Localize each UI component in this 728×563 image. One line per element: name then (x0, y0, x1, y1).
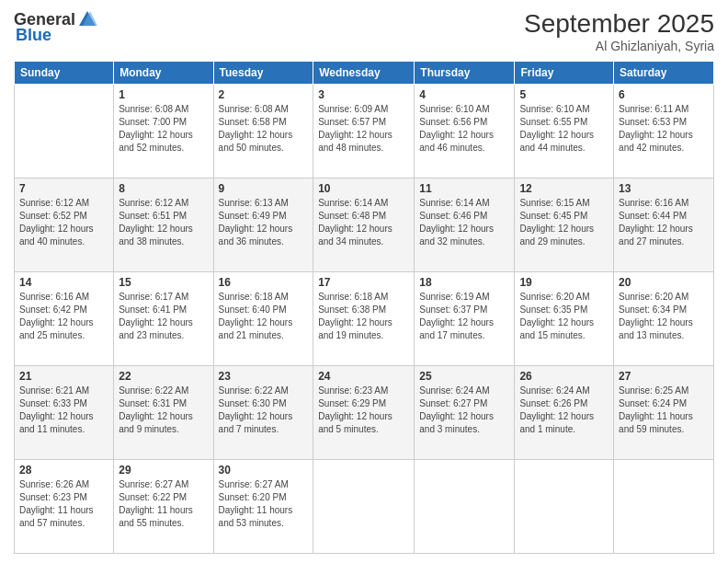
logo: General Blue (14, 9, 99, 45)
day-info: Sunrise: 6:24 AMSunset: 6:26 PMDaylight:… (519, 385, 609, 436)
day-info: Sunrise: 6:19 AMSunset: 6:37 PMDaylight:… (419, 291, 509, 342)
day-number: 17 (318, 276, 409, 289)
day-number: 16 (219, 276, 309, 289)
calendar-cell (15, 85, 114, 178)
calendar-cell: 16Sunrise: 6:18 AMSunset: 6:40 PMDayligh… (213, 272, 313, 366)
logo-icon (77, 9, 97, 29)
calendar-cell: 2Sunrise: 6:08 AMSunset: 6:58 PMDaylight… (213, 85, 313, 178)
day-number: 22 (119, 370, 208, 383)
day-number: 6 (619, 88, 709, 101)
day-info: Sunrise: 6:14 AMSunset: 6:48 PMDaylight:… (318, 197, 409, 248)
calendar-cell: 12Sunrise: 6:15 AMSunset: 6:45 PMDayligh… (515, 178, 614, 272)
calendar-cell: 8Sunrise: 6:12 AMSunset: 6:51 PMDaylight… (114, 178, 213, 272)
calendar-cell: 17Sunrise: 6:18 AMSunset: 6:38 PMDayligh… (313, 272, 415, 366)
day-info: Sunrise: 6:12 AMSunset: 6:51 PMDaylight:… (119, 197, 208, 248)
calendar-cell: 26Sunrise: 6:24 AMSunset: 6:26 PMDayligh… (515, 366, 614, 460)
day-info: Sunrise: 6:25 AMSunset: 6:24 PMDaylight:… (619, 385, 709, 436)
day-number: 10 (318, 182, 409, 195)
calendar-cell: 18Sunrise: 6:19 AMSunset: 6:37 PMDayligh… (415, 272, 515, 366)
day-info: Sunrise: 6:23 AMSunset: 6:29 PMDaylight:… (318, 385, 409, 436)
day-info: Sunrise: 6:26 AMSunset: 6:23 PMDaylight:… (19, 478, 108, 530)
day-info: Sunrise: 6:18 AMSunset: 6:38 PMDaylight:… (318, 291, 409, 342)
day-number: 5 (519, 88, 609, 101)
calendar-week-3: 14Sunrise: 6:16 AMSunset: 6:42 PMDayligh… (15, 272, 714, 366)
day-number: 30 (219, 464, 309, 477)
day-number: 25 (419, 370, 509, 383)
day-number: 4 (419, 88, 509, 101)
day-info: Sunrise: 6:20 AMSunset: 6:34 PMDaylight:… (619, 291, 709, 342)
page: General Blue September 2025 Al Ghizlaniy… (0, 0, 728, 563)
day-number: 18 (419, 276, 509, 289)
day-number: 1 (119, 88, 208, 101)
calendar-header-monday: Monday (114, 62, 213, 85)
calendar-cell: 6Sunrise: 6:11 AMSunset: 6:53 PMDaylight… (614, 85, 714, 178)
day-number: 15 (119, 276, 208, 289)
calendar-cell: 20Sunrise: 6:20 AMSunset: 6:34 PMDayligh… (614, 272, 714, 366)
day-info: Sunrise: 6:11 AMSunset: 6:53 PMDaylight:… (619, 103, 709, 155)
calendar-cell: 15Sunrise: 6:17 AMSunset: 6:41 PMDayligh… (114, 272, 213, 366)
day-info: Sunrise: 6:12 AMSunset: 6:52 PMDaylight:… (19, 197, 108, 248)
day-number: 12 (519, 182, 609, 195)
day-number: 28 (19, 464, 108, 477)
calendar-cell: 11Sunrise: 6:14 AMSunset: 6:46 PMDayligh… (415, 178, 515, 272)
day-info: Sunrise: 6:16 AMSunset: 6:42 PMDaylight:… (19, 291, 108, 342)
day-info: Sunrise: 6:10 AMSunset: 6:55 PMDaylight:… (519, 103, 609, 155)
calendar-cell: 24Sunrise: 6:23 AMSunset: 6:29 PMDayligh… (313, 366, 415, 460)
logo-blue-text: Blue (16, 26, 51, 45)
calendar-cell: 1Sunrise: 6:08 AMSunset: 7:00 PMDaylight… (114, 85, 213, 178)
calendar-cell: 3Sunrise: 6:09 AMSunset: 6:57 PMDaylight… (313, 85, 415, 178)
day-info: Sunrise: 6:27 AMSunset: 6:22 PMDaylight:… (119, 478, 208, 530)
day-number: 8 (119, 182, 208, 195)
calendar-header-sunday: Sunday (15, 62, 114, 85)
calendar-cell: 27Sunrise: 6:25 AMSunset: 6:24 PMDayligh… (614, 366, 714, 460)
calendar-header-wednesday: Wednesday (313, 62, 415, 85)
calendar-cell: 23Sunrise: 6:22 AMSunset: 6:30 PMDayligh… (213, 366, 313, 460)
day-number: 2 (219, 88, 309, 101)
calendar-cell: 22Sunrise: 6:22 AMSunset: 6:31 PMDayligh… (114, 366, 213, 460)
calendar-week-4: 21Sunrise: 6:21 AMSunset: 6:33 PMDayligh… (15, 366, 714, 460)
day-info: Sunrise: 6:14 AMSunset: 6:46 PMDaylight:… (419, 197, 509, 248)
calendar-header-saturday: Saturday (614, 62, 714, 85)
day-info: Sunrise: 6:17 AMSunset: 6:41 PMDaylight:… (119, 291, 208, 342)
calendar-header-friday: Friday (515, 62, 614, 85)
day-info: Sunrise: 6:27 AMSunset: 6:20 PMDaylight:… (219, 478, 309, 530)
day-info: Sunrise: 6:09 AMSunset: 6:57 PMDaylight:… (318, 103, 409, 155)
day-info: Sunrise: 6:22 AMSunset: 6:30 PMDaylight:… (219, 385, 309, 436)
day-info: Sunrise: 6:22 AMSunset: 6:31 PMDaylight:… (119, 385, 208, 436)
calendar-cell: 4Sunrise: 6:10 AMSunset: 6:56 PMDaylight… (415, 85, 515, 178)
day-number: 26 (519, 370, 609, 383)
day-number: 21 (19, 370, 108, 383)
day-info: Sunrise: 6:24 AMSunset: 6:27 PMDaylight:… (419, 385, 509, 436)
calendar-cell: 29Sunrise: 6:27 AMSunset: 6:22 PMDayligh… (114, 460, 213, 554)
day-number: 14 (19, 276, 108, 289)
calendar-header-thursday: Thursday (415, 62, 515, 85)
day-number: 13 (619, 182, 709, 195)
calendar-cell: 9Sunrise: 6:13 AMSunset: 6:49 PMDaylight… (213, 178, 313, 272)
day-number: 3 (318, 88, 409, 101)
day-number: 20 (619, 276, 709, 289)
calendar-header-tuesday: Tuesday (213, 62, 313, 85)
calendar-week-2: 7Sunrise: 6:12 AMSunset: 6:52 PMDaylight… (15, 178, 714, 272)
calendar-header-row: SundayMondayTuesdayWednesdayThursdayFrid… (15, 62, 714, 85)
calendar-cell (415, 460, 515, 554)
calendar-cell: 28Sunrise: 6:26 AMSunset: 6:23 PMDayligh… (15, 460, 114, 554)
day-info: Sunrise: 6:08 AMSunset: 7:00 PMDaylight:… (119, 103, 208, 155)
day-number: 29 (119, 464, 208, 477)
calendar-cell: 13Sunrise: 6:16 AMSunset: 6:44 PMDayligh… (614, 178, 714, 272)
day-number: 24 (318, 370, 409, 383)
day-info: Sunrise: 6:08 AMSunset: 6:58 PMDaylight:… (219, 103, 309, 155)
calendar-cell: 5Sunrise: 6:10 AMSunset: 6:55 PMDaylight… (515, 85, 614, 178)
calendar-cell: 7Sunrise: 6:12 AMSunset: 6:52 PMDaylight… (15, 178, 114, 272)
calendar-cell: 30Sunrise: 6:27 AMSunset: 6:20 PMDayligh… (213, 460, 313, 554)
calendar-cell: 14Sunrise: 6:16 AMSunset: 6:42 PMDayligh… (15, 272, 114, 366)
day-number: 27 (619, 370, 709, 383)
month-year: September 2025 (524, 9, 714, 39)
day-info: Sunrise: 6:10 AMSunset: 6:56 PMDaylight:… (419, 103, 509, 155)
day-info: Sunrise: 6:18 AMSunset: 6:40 PMDaylight:… (219, 291, 309, 342)
calendar-cell (313, 460, 415, 554)
title-block: September 2025 Al Ghizlaniyah, Syria (524, 9, 714, 53)
day-info: Sunrise: 6:16 AMSunset: 6:44 PMDaylight:… (619, 197, 709, 248)
day-number: 23 (219, 370, 309, 383)
calendar-week-1: 1Sunrise: 6:08 AMSunset: 7:00 PMDaylight… (15, 85, 714, 178)
day-number: 19 (519, 276, 609, 289)
